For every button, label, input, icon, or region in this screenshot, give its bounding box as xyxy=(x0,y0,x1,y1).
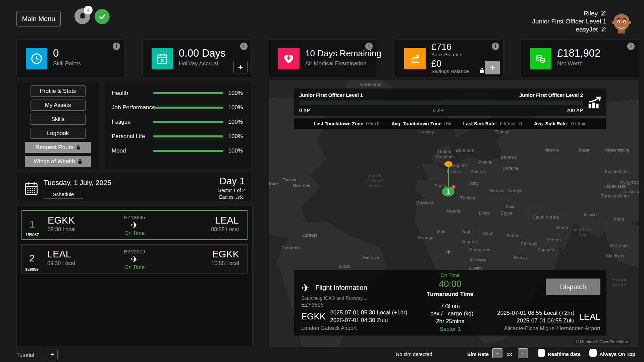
wellbeing-bar xyxy=(153,92,223,94)
locked-add-control: + xyxy=(479,61,500,74)
dispatch-button[interactable]: Dispatch xyxy=(546,279,600,295)
route-origin-marker[interactable] xyxy=(444,161,452,167)
tutorial-label: Tutorial xyxy=(16,352,34,358)
aircraft-id: 159067 xyxy=(25,233,39,237)
world-map[interactable]: GreenlandNorwayFinlandDenmarkMoscowKazan… xyxy=(269,80,639,347)
stats-chart-button[interactable] xyxy=(586,96,602,109)
sidebar-item-wings-of-wealth[interactable]: Wings of Wealth xyxy=(25,156,91,167)
aircraft-id: 159068 xyxy=(25,267,39,272)
destination-icao: LEAL xyxy=(211,215,239,226)
sim-rate-decrease-button[interactable]: - xyxy=(492,348,502,358)
stat-label: Skill Points xyxy=(53,60,106,67)
stat-label: Last Sink Rate: xyxy=(463,121,497,126)
sector-counter: Sector 1 of 2 xyxy=(218,188,245,193)
always-on-top-label: Always On Top xyxy=(599,351,635,357)
stat-card-net-worth: £181,902Net Worthi xyxy=(521,39,639,77)
wellbeing-row-fatigue: Fatigue 100% xyxy=(105,115,252,129)
sidebar-item-request-route[interactable]: Request Route xyxy=(25,142,91,153)
stat-value: 0.00 Days xyxy=(179,48,233,59)
stat-label: Last Touchdown Zone: xyxy=(314,121,365,126)
plane-icon: ✈ xyxy=(131,220,139,230)
destination-block: LEAL08:55 Local xyxy=(211,215,239,233)
wellbeing-value: 100% xyxy=(228,147,243,154)
flight-row-ezy2019[interactable]: 2 LEAL09:30 Local EZY2019✈On Time EGKK10… xyxy=(21,244,248,274)
stat-card-body: 0.00 DaysHoliday Accrual xyxy=(179,48,233,67)
stat-card-skill-points: 0Skill Pointsi xyxy=(16,39,124,77)
info-icon[interactable]: i xyxy=(240,43,248,50)
add-button[interactable]: + xyxy=(485,61,500,74)
stat-card-body: 0Skill Points xyxy=(53,48,106,67)
route-distance: 773 nm xyxy=(427,302,474,310)
sim-rate-increase-button[interactable]: + xyxy=(518,348,528,358)
add-button[interactable]: + xyxy=(233,61,248,73)
info-icon[interactable]: i xyxy=(627,43,635,50)
stat-card-body: £181,902Net Worth xyxy=(557,48,621,67)
route-summary: 773 nm - pax / - cargo (kg) 2hr 25mins S… xyxy=(427,302,474,333)
landing-stat-last-touchdown-zone: Last Touchdown Zone: 0% +0 xyxy=(314,121,379,126)
destination-time: 08:55 Local xyxy=(211,227,239,233)
wellbeing-value: 100% xyxy=(228,119,243,125)
sidebar-item-my-assets[interactable]: My Assets xyxy=(31,100,86,111)
sidebar-item-logbook[interactable]: Logbook xyxy=(31,128,86,139)
career-dashboard: { "header": { "main_menu_label": "Main M… xyxy=(0,0,644,362)
stat-label: Bank Balance xyxy=(431,52,485,57)
info-icon[interactable]: i xyxy=(365,43,373,50)
landing-stat-last-sink-rate: Last Sink Rate: -0 ft/min +0 xyxy=(463,121,522,126)
edit-airline-icon[interactable] xyxy=(600,26,606,33)
main-menu-button[interactable]: Main Menu xyxy=(16,11,61,26)
player-airline: easyJet xyxy=(576,25,598,34)
stat-value: -0 ft/min xyxy=(570,121,587,126)
edit-name-icon[interactable] xyxy=(600,10,606,17)
wellbeing-label: Job Performance xyxy=(112,104,155,111)
flight-row-ezy3695[interactable]: 1 EGKK05:30 Local EZY3695✈On Time LEAL08… xyxy=(21,210,248,240)
heart-cross-icon xyxy=(278,48,300,69)
wellbeing-bar xyxy=(153,135,223,137)
destination-icao: EGKK xyxy=(211,249,239,260)
notifications-button[interactable]: 4 xyxy=(74,8,90,24)
avatar[interactable] xyxy=(608,9,635,34)
stat-card-bank-balance: £716Bank Balance£0Savings Balancei+ xyxy=(395,39,503,77)
info-icon[interactable]: i xyxy=(113,43,120,50)
route-payload: - pax / - cargo (kg) xyxy=(427,310,474,317)
stat-value: £716 xyxy=(431,42,485,52)
coins-icon xyxy=(530,48,551,69)
sidebar-item-skills[interactable]: Skills xyxy=(31,114,86,125)
origin-icao: EGKK xyxy=(301,311,325,322)
always-on-top-checkbox[interactable] xyxy=(589,349,597,357)
shift-type: Earlies xyxy=(219,194,245,200)
destination-block: EGKK10:55 Local xyxy=(211,249,239,266)
route-sector: Sector 1 xyxy=(427,325,474,333)
xp-min: 0 XP xyxy=(299,107,310,113)
status-check-button[interactable] xyxy=(95,9,110,24)
stat-label: Net Worth xyxy=(557,60,621,67)
stat-label: Holiday Accrual xyxy=(179,60,233,67)
destination-time: 10:55 Local xyxy=(211,260,239,266)
sidebar-item-profile-stats[interactable]: Profile & Stats xyxy=(31,85,86,97)
tutorial-add-button[interactable]: + xyxy=(47,350,58,360)
origin-local-time: 2025-07-01 05:30 Local (+1hr) xyxy=(330,309,407,316)
flight-status: On Time xyxy=(124,264,145,270)
flight-info-title: Flight Information xyxy=(315,284,367,292)
info-icon[interactable]: i xyxy=(492,43,499,50)
destination-block: 2025-07-01 08:55 Local (+2hr) 2025-07-01… xyxy=(497,309,600,331)
xp-progress-bar xyxy=(299,100,583,105)
schedule-button[interactable]: Schedule xyxy=(44,190,83,199)
nav-label: Logbook xyxy=(47,130,69,137)
landing-stat-avg-touchdown-zone: Avg. Touchdown Zone: 0% xyxy=(391,121,451,126)
destination-airport-dot xyxy=(452,185,455,189)
nav-label: Profile & Stats xyxy=(40,88,76,95)
stat-label: Avg. Touchdown Zone: xyxy=(391,121,443,126)
wellbeing-panel: Health 100%Job Performance 100%Fatigue 1… xyxy=(105,81,253,169)
player-info: Riley Junior First Officer Level 1 easyJ… xyxy=(532,9,606,34)
stat-value: 0% +0 xyxy=(366,121,379,126)
stat-value-secondary: £0 xyxy=(431,59,485,68)
notification-badge: 4 xyxy=(84,6,93,14)
realtime-data-checkbox[interactable] xyxy=(538,349,545,357)
wellbeing-label: Personal Life xyxy=(112,133,145,140)
current-date: Tuesday, 1 July, 2025 xyxy=(44,179,111,187)
calendar-panel: Tuesday, 1 July, 2025 Schedule Day 1 Sec… xyxy=(16,174,253,202)
wellbeing-value: 100% xyxy=(228,90,243,97)
nav-label: Request Route xyxy=(35,144,73,151)
wellbeing-row-personal-life: Personal Life 100% xyxy=(105,129,252,144)
nav-label: Wings of Wealth xyxy=(34,158,75,165)
